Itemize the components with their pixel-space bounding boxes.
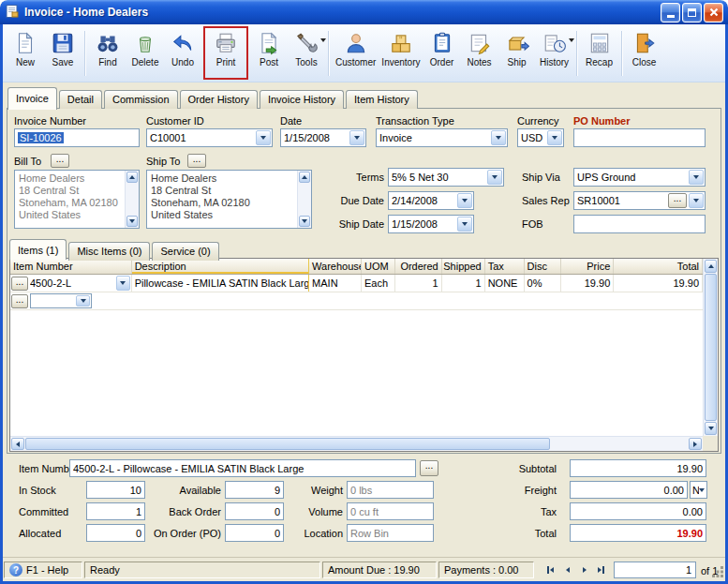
chevron-down-icon[interactable] <box>547 130 562 145</box>
sales-rep-ellipsis-button[interactable]: ... <box>668 193 687 208</box>
on-order-po-field[interactable]: 0 <box>225 524 284 542</box>
scrollbar-thumb[interactable] <box>25 438 550 450</box>
toolbar-find-button[interactable]: Find <box>89 28 126 79</box>
new-item-combo[interactable] <box>30 293 92 308</box>
committed-field[interactable]: 1 <box>86 502 145 520</box>
footer-item-number-input[interactable]: 4500-2-L - Pillowcase - EMILIA SATIN Bla… <box>69 459 416 477</box>
item-ellipsis-button[interactable]: ... <box>11 277 28 291</box>
subtotal-field[interactable]: 19.90 <box>570 459 706 477</box>
date-combo[interactable]: 1/15/2008 <box>280 128 366 147</box>
cell-uom[interactable]: Each <box>362 275 395 292</box>
chevron-down-icon[interactable] <box>699 488 705 492</box>
chevron-down-icon[interactable] <box>689 193 704 208</box>
ship-to-address[interactable]: Home Dealers 18 Central St Stoneham, MA … <box>146 170 312 229</box>
scroll-down-icon[interactable] <box>705 422 717 435</box>
column-header-description[interactable]: Description <box>132 259 309 274</box>
chevron-down-icon[interactable] <box>76 295 90 307</box>
available-field[interactable]: 9 <box>225 481 284 499</box>
scroll-down-icon[interactable] <box>299 216 310 227</box>
column-header-ordered[interactable]: Ordered <box>395 259 442 274</box>
invoice-number-input[interactable]: SI-10026 <box>14 128 140 147</box>
freight-field[interactable]: 0.00 <box>570 481 688 499</box>
ship-date-combo[interactable]: 1/15/2008 <box>388 215 474 233</box>
footer-item-ellipsis-button[interactable]: ... <box>420 460 438 476</box>
column-header-shipped[interactable]: Shipped <box>442 259 485 274</box>
toolbar-post-button[interactable]: Post <box>250 28 288 79</box>
tab-order-history[interactable]: Order History <box>180 90 258 109</box>
cell-description[interactable]: Pillowcase - EMILIA SATIN Black Large <box>132 275 309 292</box>
cell-price[interactable]: 19.90 <box>561 275 614 292</box>
chevron-down-icon[interactable] <box>487 170 502 185</box>
toolbar-new-button[interactable]: New <box>7 28 44 79</box>
ship-to-ellipsis-button[interactable]: ... <box>187 154 206 168</box>
table-row[interactable]: ... 4500-2-L Pillowcase - EMILIA SATIN B… <box>10 275 703 292</box>
chevron-down-icon[interactable] <box>349 130 364 145</box>
chevron-down-icon[interactable] <box>491 130 506 145</box>
scroll-left-icon[interactable] <box>11 438 24 450</box>
history-dropdown-icon[interactable] <box>569 38 574 42</box>
scroll-right-icon[interactable] <box>689 438 702 450</box>
previous-record-button[interactable] <box>559 562 575 577</box>
column-header-item-number[interactable]: Item Number <box>10 259 132 274</box>
scroll-up-icon[interactable] <box>126 172 138 183</box>
titlebar[interactable]: Invoice - Home Dealers <box>0 0 728 24</box>
transaction-type-combo[interactable]: Invoice <box>376 128 508 147</box>
column-header-total[interactable]: Total <box>614 259 703 274</box>
last-record-button[interactable] <box>593 562 609 577</box>
toolbar-order-button[interactable]: Order <box>423 28 461 79</box>
toolbar-history-button[interactable]: History <box>536 28 573 79</box>
toolbar-undo-button[interactable]: Undo <box>164 28 201 79</box>
next-record-button[interactable] <box>576 562 592 577</box>
maximize-button[interactable] <box>682 3 702 22</box>
table-row-new[interactable]: ... <box>10 292 703 310</box>
toolbar-save-button[interactable]: Save <box>44 28 82 79</box>
chevron-down-icon[interactable] <box>116 276 130 291</box>
currency-combo[interactable]: USD <box>517 128 564 147</box>
allocated-field[interactable]: 0 <box>86 524 145 542</box>
chevron-down-icon[interactable] <box>457 193 472 208</box>
column-header-uom[interactable]: UOM <box>362 259 395 274</box>
toolbar-notes-button[interactable]: Notes <box>461 28 498 79</box>
toolbar-print-button[interactable]: Print <box>207 28 245 79</box>
column-header-warehouse[interactable]: Warehouse <box>309 259 362 274</box>
tab-commission[interactable]: Commission <box>104 90 178 109</box>
grid-horizontal-scrollbar[interactable] <box>10 436 703 451</box>
ship-via-combo[interactable]: UPS Ground <box>573 168 706 187</box>
volume-field[interactable]: 0 cu ft <box>347 502 434 520</box>
tab-misc-items[interactable]: Misc Items (0) <box>68 242 150 261</box>
total-field[interactable]: 19.90 <box>570 524 706 542</box>
cell-tax[interactable]: NONE <box>485 275 525 292</box>
due-date-combo[interactable]: 2/14/2008 <box>388 191 474 210</box>
page-number-input[interactable]: 1 <box>614 562 696 578</box>
ship-to-scrollbar[interactable] <box>297 171 311 228</box>
item-ellipsis-button[interactable]: ... <box>11 294 28 308</box>
toolbar-inventory-button[interactable]: Inventory <box>379 28 423 79</box>
cell-ordered[interactable]: 1 <box>395 275 442 292</box>
fob-input[interactable] <box>573 215 706 233</box>
toolbar-recap-button[interactable]: Recap <box>581 28 618 79</box>
toolbar-ship-button[interactable]: Ship <box>498 28 536 79</box>
cell-total[interactable]: 19.90 <box>614 275 703 292</box>
cell-item-number[interactable]: ... 4500-2-L <box>10 275 132 292</box>
column-header-tax[interactable]: Tax <box>485 259 525 274</box>
toolbar-tools-button[interactable]: Tools <box>288 28 325 79</box>
column-header-price[interactable]: Price <box>561 259 614 274</box>
chevron-down-icon[interactable] <box>689 170 704 185</box>
scroll-up-icon[interactable] <box>299 172 310 183</box>
tools-dropdown-icon[interactable] <box>320 38 326 42</box>
tab-items[interactable]: Items (1) <box>9 239 67 260</box>
tab-invoice-history[interactable]: Invoice History <box>260 90 344 109</box>
sales-rep-combo[interactable]: SR10001 ... <box>573 191 706 210</box>
first-record-button[interactable] <box>542 562 558 577</box>
help-status-cell[interactable]: ? F1 - Help <box>4 562 82 578</box>
tab-item-history[interactable]: Item History <box>346 90 418 109</box>
cell-new-item[interactable]: ... <box>10 292 132 309</box>
freight-flag-combo[interactable]: N <box>690 481 707 499</box>
bill-to-address[interactable]: Home Dealers 18 Central St Stoneham, MA … <box>14 170 140 229</box>
back-order-field[interactable]: 0 <box>225 502 284 520</box>
bill-to-scrollbar[interactable] <box>125 171 139 228</box>
tax-field[interactable]: 0.00 <box>570 502 706 520</box>
minimize-button[interactable] <box>661 3 680 22</box>
chevron-down-icon[interactable] <box>256 130 271 145</box>
toolbar-close-button[interactable]: Close <box>626 28 663 79</box>
